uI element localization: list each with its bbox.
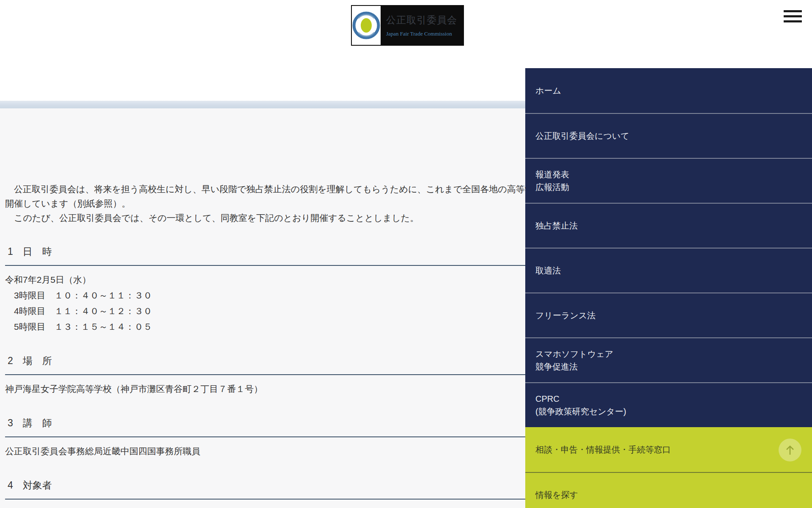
menu-item-label: フリーランス法 <box>535 309 812 322</box>
jftc-emblem-icon <box>352 6 381 45</box>
menu-item-label: 公正取引委員会について <box>535 130 812 142</box>
menu-item-label: (競争政策研究センター) <box>535 405 812 418</box>
menu-item[interactable]: 独占禁止法 <box>525 203 812 248</box>
menu-item-label: CPRC <box>535 392 812 405</box>
scroll-to-top-button[interactable] <box>779 439 801 461</box>
menu-item-label: 報道発表 <box>535 168 812 181</box>
hamburger-icon <box>784 20 802 22</box>
hamburger-icon <box>784 10 802 12</box>
menu-item[interactable]: CPRC(競争政策研究センター) <box>525 382 812 427</box>
menu-item-label: 情報を探す <box>535 489 812 501</box>
menu-item-label: 競争促進法 <box>535 360 812 373</box>
hamburger-icon <box>784 15 802 17</box>
hamburger-menu-button[interactable] <box>784 10 802 22</box>
menu-item[interactable]: 取適法 <box>525 248 812 293</box>
menu-item[interactable]: フリーランス法 <box>525 293 812 337</box>
jftc-logo[interactable]: 公正取引委員会 Japan Fair Trade Commission <box>351 5 464 46</box>
menu-item-label: 独占禁止法 <box>535 219 812 232</box>
logo-title-jp: 公正取引委員会 <box>386 14 457 26</box>
menu-item[interactable]: 報道発表広報活動 <box>525 158 812 203</box>
menu-item[interactable]: 情報を探す <box>525 472 812 508</box>
logo-title-en: Japan Fair Trade Commission <box>386 30 457 37</box>
menu-item[interactable]: 相談・申告・情報提供・手続等窓口 <box>525 427 812 472</box>
menu-panel: ホーム公正取引委員会について報道発表広報活動独占禁止法取適法フリーランス法スマホ… <box>525 68 812 508</box>
menu-item-label: 広報活動 <box>535 181 812 193</box>
menu-item-label: ホーム <box>535 84 812 97</box>
menu-item[interactable]: スマホソフトウェア競争促進法 <box>525 337 812 382</box>
menu-item-label: スマホソフトウェア <box>535 348 812 360</box>
menu-item-label: 相談・申告・情報提供・手続等窓口 <box>535 443 812 456</box>
up-arrow-icon <box>785 444 796 456</box>
menu-item[interactable]: 公正取引委員会について <box>525 113 812 158</box>
menu-item-label: 取適法 <box>535 264 812 277</box>
page: 公正取引委員会 Japan Fair Trade Commission 公正取引… <box>0 0 812 508</box>
menu-item[interactable]: ホーム <box>525 68 812 113</box>
logo-text: 公正取引委員会 Japan Fair Trade Commission <box>381 14 457 37</box>
